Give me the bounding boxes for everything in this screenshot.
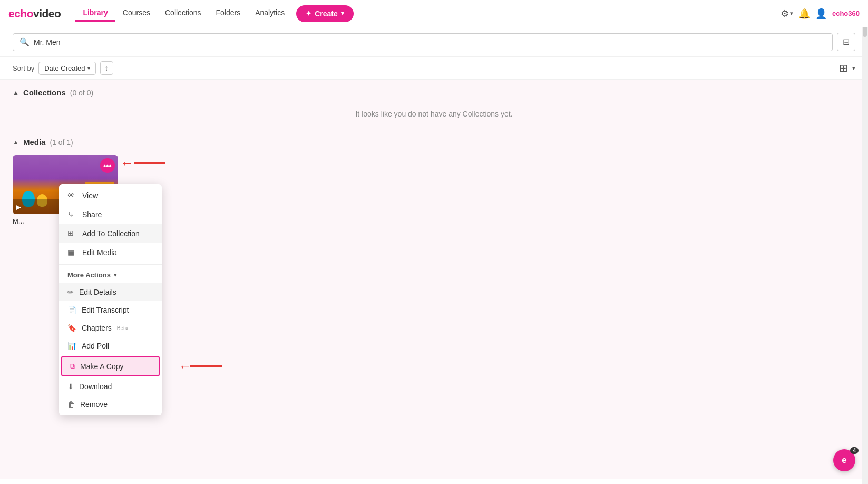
sort-order-button[interactable]: ↕ — [100, 61, 113, 75]
menu-add-poll-label: Add Poll — [82, 342, 109, 350]
chapters-icon: 🔖 — [67, 324, 76, 332]
sort-bar: Sort by Date Created ▾ ↕ ⊞ ▾ — [0, 57, 868, 80]
more-actions-header[interactable]: More Actions ▾ — [59, 267, 162, 283]
sort-selected-value: Date Created — [44, 64, 85, 72]
menu-divider — [59, 264, 162, 265]
create-icon: ✦ — [306, 9, 311, 17]
main-content: ▲ Collections (0 of 0) It looks like you… — [0, 80, 868, 479]
more-options-button[interactable]: ••• — [100, 158, 115, 173]
grid-icon: ⊞ — [839, 62, 848, 74]
nav-item-folders[interactable]: Folders — [208, 5, 248, 22]
menu-item-edit-transcript[interactable]: 📄 Edit Transcript — [59, 301, 162, 319]
menu-item-download[interactable]: ⬇ Download — [59, 377, 162, 395]
sort-select[interactable]: Date Created ▾ — [38, 62, 95, 75]
nav-item-collections[interactable]: Collections — [158, 5, 208, 22]
nav-item-courses[interactable]: Courses — [115, 5, 158, 22]
more-actions-label: More Actions — [67, 271, 111, 279]
menu-make-copy-label: Make A Copy — [80, 362, 124, 371]
create-button[interactable]: ✦ Create ▾ — [296, 5, 354, 22]
download-icon: ⬇ — [67, 382, 74, 391]
logo-text: echovideo — [8, 7, 61, 20]
share-icon: ⤷ — [67, 210, 77, 219]
menu-view-label: View — [82, 191, 98, 200]
menu-edit-media-label: Edit Media — [82, 248, 117, 257]
create-label: Create — [315, 9, 338, 18]
menu-chapters-label: Chapters — [82, 324, 112, 332]
menu-item-make-copy[interactable]: ⧉ Make A Copy ← — [61, 356, 160, 376]
sort-label: Sort by — [13, 64, 34, 72]
user-icon[interactable]: 👤 — [815, 8, 827, 20]
logo[interactable]: echovideo — [8, 7, 61, 20]
menu-remove-label: Remove — [80, 400, 108, 409]
arrow-to-more-btn: ← — [120, 156, 165, 170]
create-chevron-icon: ▾ — [341, 10, 344, 17]
play-icon: ▶ — [16, 203, 21, 211]
menu-item-chapters[interactable]: 🔖 Chapters Beta — [59, 319, 162, 337]
avatar-letter: e — [842, 455, 846, 466]
media-grid: ▶ ••• M... ← 👁 View — [13, 155, 855, 225]
grid-chevron-icon: ▾ — [852, 65, 855, 72]
add-collection-icon: ⊞ — [67, 229, 77, 238]
collections-header[interactable]: ▲ Collections (0 of 0) — [13, 88, 855, 97]
search-icon: 🔍 — [19, 37, 30, 47]
avatar-badge: 4 — [850, 447, 859, 454]
menu-item-add-collection[interactable]: ⊞ Add To Collection — [59, 224, 162, 243]
sort-chevron-icon: ▾ — [87, 65, 90, 71]
brand-logo: echo360 — [832, 9, 860, 17]
filter-button[interactable]: ⊟ — [837, 33, 855, 51]
menu-share-label: Share — [82, 210, 102, 219]
media-section: ▲ Media (1 of 1) — [13, 138, 855, 225]
collections-count: (0 of 0) — [70, 89, 93, 97]
section-divider — [13, 129, 855, 129]
menu-item-view[interactable]: 👁 View — [59, 186, 162, 205]
collections-chevron-icon: ▲ — [13, 89, 19, 96]
sort-right: ⊞ ▾ — [839, 62, 855, 74]
search-bar-container: 🔍 ⊟ — [0, 27, 868, 57]
media-chevron-icon: ▲ — [13, 139, 19, 146]
grid-view-button[interactable]: ⊞ — [839, 62, 848, 74]
menu-edit-details-label: Edit Details — [79, 288, 116, 296]
header: echovideo Library Courses Collections Fo… — [0, 0, 868, 27]
menu-item-edit-media[interactable]: ▦ Edit Media — [59, 243, 162, 262]
edit-details-icon: ✏ — [67, 288, 74, 296]
menu-add-collection-label: Add To Collection — [82, 229, 140, 238]
header-right: ⚙▾ 🔔 👤 echo360 — [781, 8, 860, 20]
main-nav: Library Courses Collections Folders Anal… — [75, 5, 353, 22]
view-icon: 👁 — [67, 191, 77, 200]
edit-media-icon: ▦ — [67, 248, 77, 257]
context-menu: 👁 View ⤷ Share ⊞ Add To Collection ▦ Edi… — [59, 184, 162, 415]
nav-item-library[interactable]: Library — [75, 5, 115, 22]
collections-empty-message: It looks like you do not have any Collec… — [13, 101, 855, 122]
collections-title: Collections — [23, 88, 66, 97]
remove-icon: 🗑 — [67, 400, 75, 409]
arrow-to-make-copy: ← — [179, 359, 222, 374]
menu-edit-transcript-label: Edit Transcript — [82, 306, 129, 314]
nav-item-analytics[interactable]: Analytics — [248, 5, 292, 22]
make-copy-icon: ⧉ — [70, 362, 75, 371]
media-count: (1 of 1) — [50, 138, 73, 147]
media-header[interactable]: ▲ Media (1 of 1) — [13, 138, 855, 147]
menu-item-share[interactable]: ⤷ Share — [59, 205, 162, 224]
notifications-icon[interactable]: 🔔 — [798, 8, 810, 20]
avatar-container[interactable]: e 4 — [833, 449, 855, 471]
media-title: Media — [23, 138, 46, 147]
search-input[interactable] — [34, 38, 826, 46]
menu-item-edit-details[interactable]: ✏ Edit Details — [59, 283, 162, 301]
menu-item-remove[interactable]: 🗑 Remove — [59, 395, 162, 413]
menu-download-label: Download — [79, 382, 112, 391]
filter-icon: ⊟ — [843, 37, 850, 46]
add-poll-icon: 📊 — [67, 342, 76, 350]
menu-item-add-poll[interactable]: 📊 Add Poll — [59, 337, 162, 355]
more-actions-chevron-icon: ▾ — [114, 272, 116, 278]
collections-section: ▲ Collections (0 of 0) It looks like you… — [13, 88, 855, 122]
settings-icon[interactable]: ⚙▾ — [781, 8, 793, 20]
sort-order-icon: ↕ — [105, 64, 109, 72]
scrollbar-track[interactable] — [862, 0, 868, 479]
edit-transcript-icon: 📄 — [67, 306, 76, 314]
search-box: 🔍 — [13, 33, 833, 51]
chapters-beta-badge: Beta — [117, 325, 128, 331]
